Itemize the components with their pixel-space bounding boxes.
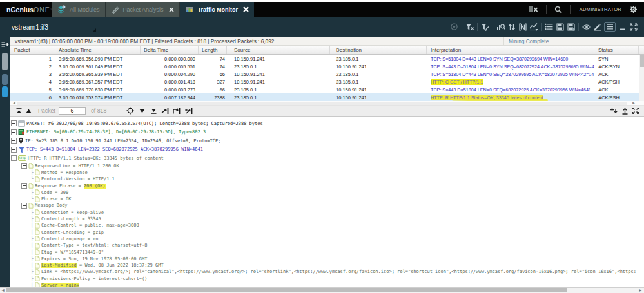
- list-view-icon[interactable]: [543, 21, 554, 33]
- export-icon[interactable]: [620, 106, 629, 116]
- field-row[interactable]: ├Content-Language = en: [10, 236, 644, 242]
- jump-next-icon[interactable]: [161, 106, 170, 116]
- packet-row-6[interactable]: 63:05:00.676.553.574 PM EDT0.007.182.944…: [10, 93, 644, 101]
- maximize-icon[interactable]: [628, 21, 639, 33]
- save-lock-icon[interactable]: [565, 21, 576, 33]
- scroll-right-arrow[interactable]: ►: [632, 101, 636, 106]
- view-title[interactable]: vstream1:if3: [12, 23, 48, 31]
- analyze-icon[interactable]: [495, 21, 506, 33]
- tree-row-text: HTTP: R HTTP/1.1 Status=OK; 33345 bytes …: [28, 156, 164, 161]
- jump-mark-icon[interactable]: [172, 106, 181, 116]
- expand-node-icon[interactable]: [11, 138, 17, 144]
- column-header-destination[interactable]: Destination: [330, 46, 427, 54]
- packet-number-input[interactable]: [59, 107, 86, 115]
- collapse-node-icon[interactable]: [21, 183, 27, 189]
- scroll-thumb[interactable]: [640, 55, 644, 67]
- field-row[interactable]: ├Connection = keep-alive: [10, 209, 644, 216]
- field-row[interactable]: ├Expires = Sun, 19 Nov 1978 05:00:00 GMT: [10, 256, 644, 262]
- column-header-status[interactable]: Status: [594, 46, 639, 54]
- field-row[interactable]: └Phrase = OK: [10, 196, 644, 202]
- grid-close-icon[interactable]: [521, 6, 546, 13]
- field-row[interactable]: ├Content-Type = text/html; charset=utf-8: [10, 242, 644, 249]
- field-row[interactable]: Message Body: [10, 202, 644, 209]
- gear-icon[interactable]: [628, 5, 638, 14]
- cell-destination: 10.150.91.241: [330, 86, 427, 93]
- collapse-node-icon[interactable]: [21, 163, 27, 169]
- expand-node-icon[interactable]: [11, 147, 17, 153]
- minimized-panel-tab[interactable]: [2, 53, 8, 70]
- field-row[interactable]: Response Phrase = 200 (OK): [10, 182, 644, 189]
- expand-node-icon[interactable]: [11, 120, 17, 126]
- panel-expand-icon[interactable]: [1, 39, 9, 50]
- goto-first-icon[interactable]: [14, 106, 23, 116]
- packet-row-3[interactable]: 33:05:00.669.365.939 PM EDT0.000.004.290…: [10, 70, 644, 78]
- save-icon[interactable]: [554, 21, 565, 33]
- packet-row-1[interactable]: 13:05:00.669.356.098 PM EDT0.000.000.000…: [10, 55, 644, 62]
- field-row[interactable]: ├Etag = W/"1654713449-0": [10, 249, 644, 255]
- scroll-right-arrow[interactable]: ►: [638, 288, 643, 293]
- scroll-thumb[interactable]: [6, 288, 567, 292]
- import-icon[interactable]: [609, 106, 618, 116]
- protocol-row[interactable]: ETHERNET: S=[00-0C-29-74-28-3F], D=[00-0…: [10, 128, 644, 137]
- goto-last-icon[interactable]: [149, 106, 158, 116]
- record-icon[interactable]: [449, 21, 460, 33]
- scroll-left-arrow[interactable]: ◄: [12, 101, 16, 106]
- protocol-row[interactable]: httpHTTP: R HTTP/1.1 Status=OK; 33345 by…: [10, 154, 644, 163]
- field-row[interactable]: ├Server = nginx: [10, 282, 644, 287]
- field-row[interactable]: ├Content-Encoding = gzip: [10, 229, 644, 235]
- annotate-icon[interactable]: [592, 21, 603, 33]
- jump-new-icon[interactable]: [184, 106, 193, 116]
- protocol-row[interactable]: IP: S=23.185.0.1 D=10.150.91.241 LEN=235…: [10, 137, 644, 146]
- minimize-icon[interactable]: [617, 21, 628, 33]
- column-header-length[interactable]: Length: [199, 46, 227, 54]
- field-row[interactable]: ├Content-Length = 33345: [10, 216, 644, 222]
- field-row[interactable]: ├Method = Response: [10, 169, 644, 176]
- packet-row-5[interactable]: 53:05:00.669.370.630 PM EDT0.000.003.273…: [10, 86, 644, 93]
- column-header-source[interactable]: Source: [227, 46, 330, 54]
- close-icon[interactable]: [169, 7, 174, 12]
- packet-row-4[interactable]: 43:05:00.669.367.357 PM EDT0.000.001.418…: [10, 78, 644, 86]
- search-icon[interactable]: [547, 6, 570, 14]
- field-row[interactable]: ├Link = <https://www.ymcasf.org/>; rel="…: [10, 269, 644, 275]
- close-icon[interactable]: [243, 6, 249, 12]
- column-header-packet[interactable]: Packet: [10, 46, 55, 54]
- menu-box-icon[interactable]: [604, 22, 616, 32]
- step-up-icon[interactable]: [24, 106, 33, 116]
- step-down-icon[interactable]: [137, 106, 146, 116]
- filter-clear-icon[interactable]: [464, 21, 475, 33]
- eye-icon[interactable]: [581, 21, 592, 33]
- expand-icon[interactable]: [631, 106, 640, 116]
- scroll-thumb[interactable]: [17, 102, 627, 105]
- scroll-left-arrow[interactable]: ◄: [1, 288, 5, 293]
- tab-all-modules[interactable]: 0 All Modules: [52, 2, 106, 17]
- column-header-delta-time[interactable]: Delta Time: [141, 46, 199, 54]
- minimized-panel-tab[interactable]: [2, 86, 8, 97]
- field-row[interactable]: ├Code = 200: [10, 189, 644, 196]
- column-header-absolute-time[interactable]: Absolute Time: [55, 46, 141, 54]
- collapse-node-icon[interactable]: [11, 155, 17, 161]
- tab-packet-analysis[interactable]: Packet Analysis: [106, 2, 180, 17]
- admin-user-label[interactable]: ADMINISTRATOR: [571, 6, 628, 12]
- table-vertical-scrollbar[interactable]: [639, 55, 644, 101]
- packet-row-2[interactable]: 23:05:00.669.361.649 PM EDT0.000.005.551…: [10, 62, 644, 70]
- field-row[interactable]: ├Permissions-Policy = interest-cohort=(): [10, 276, 644, 282]
- collapse-node-icon[interactable]: [21, 203, 27, 209]
- expand-node-icon[interactable]: [11, 129, 17, 135]
- table-horizontal-scrollbar[interactable]: ◄ ►: [10, 101, 644, 106]
- column-header-interpretation[interactable]: Interpretation: [427, 46, 594, 54]
- locate-icon[interactable]: [126, 106, 135, 116]
- tab-traffic-monitor[interactable]: Traffic Monitor: [180, 2, 255, 17]
- bookmark-icon[interactable]: [517, 21, 528, 33]
- protocol-row[interactable]: TCP: S=443 D=51804 LEN=2322 SEQ=68207292…: [10, 146, 644, 155]
- minimized-panel-tab[interactable]: [2, 74, 8, 85]
- filter-edit-icon[interactable]: [480, 21, 491, 33]
- field-row[interactable]: └Protocol-Version = HTTP/1.1: [10, 176, 644, 182]
- dropdown-caret-icon[interactable]: [93, 28, 96, 32]
- field-row[interactable]: ├Last-Modified = Wed, 08 Jun 2022 18:37:…: [10, 262, 644, 269]
- compare-icon[interactable]: [506, 21, 517, 33]
- protocol-row[interactable]: PACKET: #6 2022/06/08 19:05:00.676.553.5…: [10, 119, 644, 128]
- trend-chart-icon[interactable]: [528, 21, 539, 33]
- page-horizontal-scrollbar[interactable]: ◄ ►: [0, 287, 644, 293]
- field-row[interactable]: Response-Line = HTTP/1.1 200 OK: [10, 163, 644, 169]
- field-row[interactable]: ├Cache-Control = public, max-age=3600: [10, 222, 644, 229]
